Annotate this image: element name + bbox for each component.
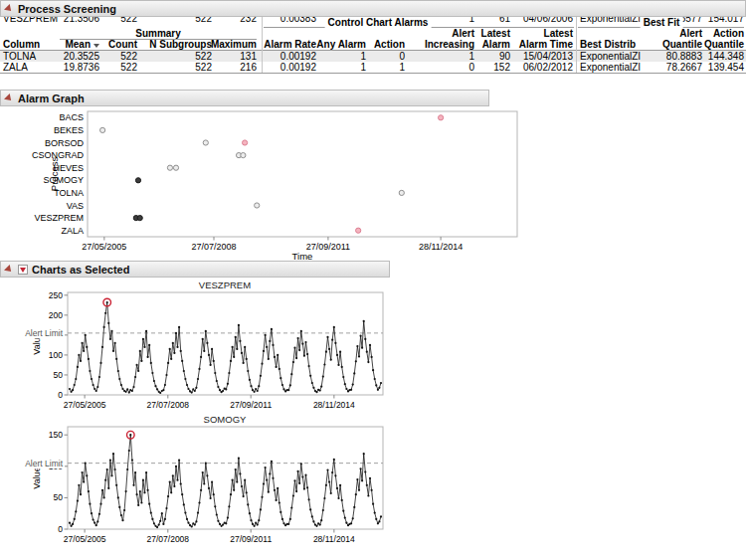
column-header-latest_alarm_time[interactable]: Latest: [495, 28, 573, 39]
alarm-point-tolna[interactable]: [399, 190, 404, 195]
y-axis-tick-label: 50: [54, 492, 64, 502]
x-axis-tick-label: 28/11/2014: [419, 242, 463, 252]
disclosure-triangle-icon[interactable]: [4, 93, 14, 103]
y-axis-category-label: BORSOD: [45, 138, 85, 148]
x-axis-tick-label: 27/05/2005: [64, 400, 106, 410]
x-axis-tick-label: 28/11/2014: [313, 534, 355, 544]
x-axis-tick-label: 27/07/2008: [147, 534, 190, 544]
cell-action: 0: [327, 51, 405, 62]
section-header-alarm-graph[interactable]: Alarm Graph: [0, 90, 489, 106]
column-header-latest_alarm_time[interactable]: Alarm Time: [495, 39, 573, 50]
x-axis-tick-label: 27/09/2011: [230, 534, 272, 544]
alert-limit-label: Alert Limit: [25, 328, 63, 338]
alarm-point-heves[interactable]: [173, 165, 178, 170]
veszprem-plot: VESZPREM050100150200250ValueAlert Limit2…: [0, 279, 537, 412]
alert-limit-label: Alert Limit: [25, 459, 63, 468]
alarm-point-veszprem[interactable]: [137, 216, 142, 221]
cell-action_quantile: 144.348: [666, 51, 744, 62]
column-group-divider: [576, 17, 577, 73]
cell-count: 522: [60, 51, 137, 62]
x-axis-tick-label: 27/05/2005: [82, 242, 126, 252]
y-axis-tick-label: 0: [58, 524, 63, 534]
alarm-point-csongrad[interactable]: [241, 153, 246, 158]
process-summary-table: VESZPREM21.35065225222320.003832116104/0…: [0, 17, 746, 74]
red-triangle-menu-icon[interactable]: [18, 265, 28, 275]
alarm-point-somogy[interactable]: [135, 178, 140, 183]
x-axis-tick-label: 27/07/2008: [191, 242, 236, 252]
plot-frame[interactable]: [88, 111, 517, 237]
y-axis-category-label: VAS: [67, 201, 84, 211]
column-header-action_quantile[interactable]: Quantile: [666, 39, 744, 50]
alarm-point-bacs[interactable]: [439, 115, 444, 120]
y-axis-tick-label: 250: [49, 290, 63, 300]
cell-count: 522: [60, 17, 137, 24]
column-header-action_quantile[interactable]: Action: [666, 28, 744, 39]
cell-count: 522: [60, 62, 137, 73]
column-header-count[interactable]: Count: [60, 39, 137, 50]
alarm-graph-plot: BACSBEKESBORSODCSONGRADHEVESSOMOGYTOLNAV…: [0, 107, 537, 261]
x-axis-tick-label: 28/11/2014: [313, 400, 355, 410]
section-title-process-screening: Process Screening: [18, 3, 116, 15]
table-bottom-line: [0, 73, 746, 74]
y-axis-title: Value: [32, 467, 42, 488]
x-axis-tick-label: 27/07/2008: [147, 400, 190, 410]
table-row[interactable]: TOLNA20.35255225221310.001921019015/04/2…: [0, 51, 746, 62]
alarm-point-zala[interactable]: [356, 228, 361, 233]
section-header-process-screening[interactable]: Process Screening: [0, 0, 746, 17]
y-axis-tick-label: 150: [49, 430, 63, 440]
y-axis-tick-label: 100: [49, 350, 63, 360]
y-axis-category-label: VESZPREM: [34, 213, 84, 223]
column-group-divider: [262, 17, 263, 73]
somogy-plot: SOMOGY050100150ValueAlert Limit27/05/200…: [0, 413, 537, 546]
y-axis-tick-label: 50: [54, 370, 64, 380]
alarm-point-borsod[interactable]: [203, 140, 208, 145]
table-row[interactable]: ZALA19.87365225222160.0019211015206/02/2…: [0, 62, 746, 73]
somogy-chart: SOMOGY050100150ValueAlert Limit27/05/200…: [0, 413, 537, 546]
y-axis-title: Process: [49, 157, 60, 192]
cell-action: 1: [327, 62, 405, 73]
cell-action_quantile: 139.454: [666, 62, 744, 73]
column-group-label: Control Chart Alarms: [325, 17, 432, 28]
y-axis-category-label: ZALA: [61, 226, 84, 236]
column-header-action[interactable]: Action: [327, 39, 405, 50]
section-title-alarm-graph: Alarm Graph: [18, 93, 85, 104]
veszprem-chart: VESZPREM050100150200250ValueAlert Limit2…: [0, 279, 537, 412]
y-axis-tick-label: 200: [49, 310, 63, 320]
alarm-point-vas[interactable]: [255, 203, 260, 208]
chart-title: VESZPREM: [199, 280, 251, 290]
alarm-point-heves[interactable]: [167, 165, 172, 170]
column-group-label: Best Fit: [641, 17, 683, 28]
x-axis-tick-label: 27/05/2005: [64, 534, 106, 544]
alarm-point-borsod[interactable]: [243, 140, 248, 145]
chart-title: SOMOGY: [204, 414, 247, 425]
y-axis-category-label: BEKES: [54, 125, 84, 135]
disclosure-triangle-icon[interactable]: [4, 265, 14, 275]
x-axis-title: Time: [292, 251, 313, 261]
cell-latest_alarm_time: 15/04/2013: [495, 51, 573, 62]
disclosure-triangle-icon[interactable]: [4, 4, 14, 14]
cell-latest_alarm_time: 06/02/2012: [495, 62, 573, 73]
alarm-graph: BACSBEKESBORSODCSONGRADHEVESSOMOGYTOLNAV…: [0, 107, 537, 261]
section-header-charts-as-selected[interactable]: Charts as Selected: [0, 261, 390, 278]
y-axis-tick-label: 0: [58, 390, 63, 400]
x-axis-tick-label: 27/09/2011: [230, 400, 272, 410]
process-screening-window: Process Screening VESZPREM21.35065225222…: [0, 0, 746, 560]
alarm-point-bekes[interactable]: [100, 127, 105, 132]
y-axis-category-label: BACS: [59, 112, 84, 122]
section-title-charts-as-selected: Charts as Selected: [32, 264, 129, 276]
column-group-label: Summary: [132, 28, 184, 39]
cell-latest_alarm_time: 04/06/2006: [495, 17, 573, 24]
